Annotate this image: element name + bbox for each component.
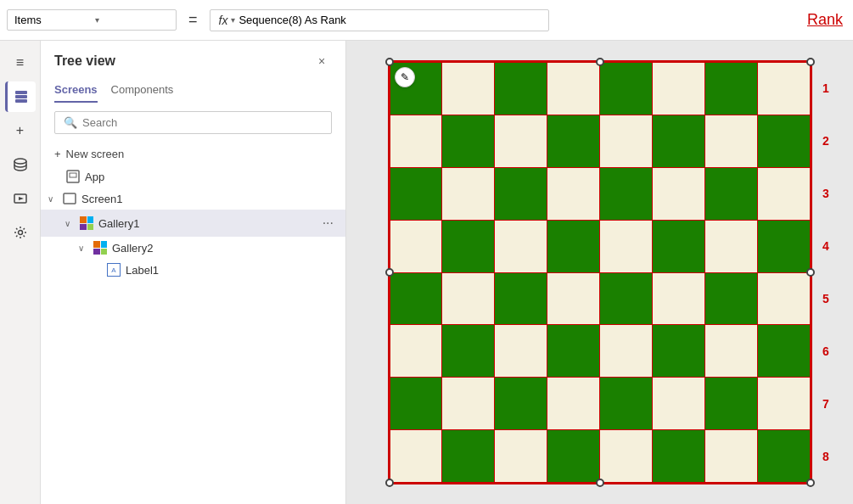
cell-r5-c4 xyxy=(600,325,652,377)
rank-4: 4 xyxy=(809,220,843,272)
search-input[interactable] xyxy=(82,116,323,129)
cell-r6-c5 xyxy=(653,378,704,429)
tab-components[interactable]: Components xyxy=(111,78,174,103)
search-box[interactable]: 🔍 xyxy=(54,111,332,134)
svg-rect-2 xyxy=(15,99,27,103)
cell-r7-c4 xyxy=(600,430,652,482)
handle-bottom-center[interactable] xyxy=(596,479,604,487)
cell-r6-c0 xyxy=(390,378,442,429)
checkerboard xyxy=(390,62,811,483)
cell-r3-c6 xyxy=(705,221,757,272)
rank-7: 7 xyxy=(809,378,843,430)
cell-r4-c7 xyxy=(758,273,810,325)
gallery1-more-button[interactable]: ··· xyxy=(317,214,339,232)
cell-r0-c3 xyxy=(547,63,599,115)
cell-r1-c3 xyxy=(547,115,599,167)
cell-r2-c7 xyxy=(758,168,810,220)
tree-item-gallery2[interactable]: ∨ Gallery2 xyxy=(41,237,345,259)
cell-r5-c0 xyxy=(390,325,442,377)
cell-r5-c1 xyxy=(442,325,494,377)
cell-r5-c3 xyxy=(547,325,599,377)
tree-item-gallery1[interactable]: ∨ Gallery1 ··· xyxy=(41,210,345,237)
cell-r2-c5 xyxy=(653,168,704,220)
rank-2: 2 xyxy=(809,115,843,167)
cell-r6-c1 xyxy=(442,378,494,429)
gallery1-icon xyxy=(78,216,95,230)
cell-r2-c0 xyxy=(390,168,442,220)
svg-rect-1 xyxy=(15,95,27,98)
svg-rect-9 xyxy=(64,193,76,204)
cell-r0-c6 xyxy=(705,63,757,115)
chevron-down-icon: ▾ xyxy=(95,15,169,25)
cell-r6-c2 xyxy=(495,378,547,429)
handle-middle-left[interactable] xyxy=(385,268,394,277)
svg-rect-8 xyxy=(70,173,76,177)
cell-r2-c1 xyxy=(442,168,494,220)
cell-r7-c0 xyxy=(390,430,442,482)
cell-r4-c3 xyxy=(547,273,599,325)
add-button[interactable]: + xyxy=(5,115,36,146)
tree-title: Tree view xyxy=(54,53,115,69)
main-area: ≡ + Tree view × Screens Components xyxy=(0,41,853,504)
cell-r3-c5 xyxy=(653,221,704,272)
tree-tabs: Screens Components xyxy=(41,71,345,103)
hamburger-menu-button[interactable]: ≡ xyxy=(5,48,36,78)
cell-r0-c4 xyxy=(600,63,652,115)
search-icon: 🔍 xyxy=(64,116,77,129)
gallery2-icon xyxy=(92,241,109,255)
cell-r1-c5 xyxy=(653,115,704,167)
tree-items: App ∨ Screen1 ∨ Gallery1 xyxy=(41,165,345,504)
layers-button[interactable] xyxy=(5,81,36,112)
gallery2-collapse-icon: ∨ xyxy=(78,244,88,253)
cell-r4-c6 xyxy=(705,273,757,325)
cell-r7-c6 xyxy=(705,430,757,482)
edit-icon[interactable]: ✎ xyxy=(395,67,415,87)
items-dropdown[interactable]: Items ▾ xyxy=(7,9,177,31)
app-label: App xyxy=(85,171,104,183)
svg-marker-5 xyxy=(19,197,24,200)
cell-r0-c7 xyxy=(758,63,810,115)
handle-top-left[interactable] xyxy=(385,58,394,66)
fx-icon: fx xyxy=(219,14,228,27)
settings-button[interactable] xyxy=(5,217,36,248)
plus-icon: + xyxy=(54,148,61,160)
tree-header: Tree view × xyxy=(41,41,345,71)
close-button[interactable]: × xyxy=(311,51,332,71)
tree-item-label1[interactable]: A Label1 xyxy=(41,259,345,281)
tree-panel: Tree view × Screens Components 🔍 + New s… xyxy=(41,41,346,504)
svg-point-6 xyxy=(18,231,22,235)
cell-r2-c4 xyxy=(600,168,652,220)
handle-top-center[interactable] xyxy=(596,58,604,66)
cell-r1-c6 xyxy=(705,115,757,167)
canvas-area[interactable]: ✎ 1 2 3 4 5 6 7 8 xyxy=(346,41,853,504)
screen1-label: Screen1 xyxy=(81,193,122,205)
cell-r6-c7 xyxy=(758,378,810,429)
data-button[interactable] xyxy=(5,149,36,180)
tree-item-screen1[interactable]: ∨ Screen1 xyxy=(41,188,345,210)
rank-numbers: 1 2 3 4 5 6 7 8 xyxy=(809,62,843,483)
formula-bar[interactable]: fx ▾ Sequence(8) As Rank xyxy=(210,9,549,31)
cell-r1-c2 xyxy=(495,115,547,167)
cell-r5-c6 xyxy=(705,325,757,377)
icon-strip: ≡ + xyxy=(0,41,41,504)
new-screen-label: New screen xyxy=(66,148,125,160)
rank-6: 6 xyxy=(809,325,843,378)
handle-bottom-left[interactable] xyxy=(385,479,394,487)
cell-r0-c1 xyxy=(442,63,494,115)
cell-r4-c0 xyxy=(390,273,442,325)
svg-rect-0 xyxy=(15,91,27,94)
tab-screens[interactable]: Screens xyxy=(54,78,98,103)
tree-item-app[interactable]: App xyxy=(41,165,345,188)
cell-r1-c1 xyxy=(442,115,494,167)
cell-r5-c5 xyxy=(653,325,704,377)
cell-r5-c2 xyxy=(495,325,547,377)
cell-r2-c6 xyxy=(705,168,757,220)
new-screen-button[interactable]: + New screen xyxy=(41,143,345,165)
label1-icon: A xyxy=(105,263,122,277)
svg-point-3 xyxy=(14,159,26,164)
top-bar: Items ▾ = fx ▾ Sequence(8) As Rank Rank xyxy=(0,0,853,41)
equals-button[interactable]: = xyxy=(182,8,205,32)
cell-r0-c2 xyxy=(495,63,547,115)
cell-r4-c4 xyxy=(600,273,652,325)
media-button[interactable] xyxy=(5,183,36,214)
